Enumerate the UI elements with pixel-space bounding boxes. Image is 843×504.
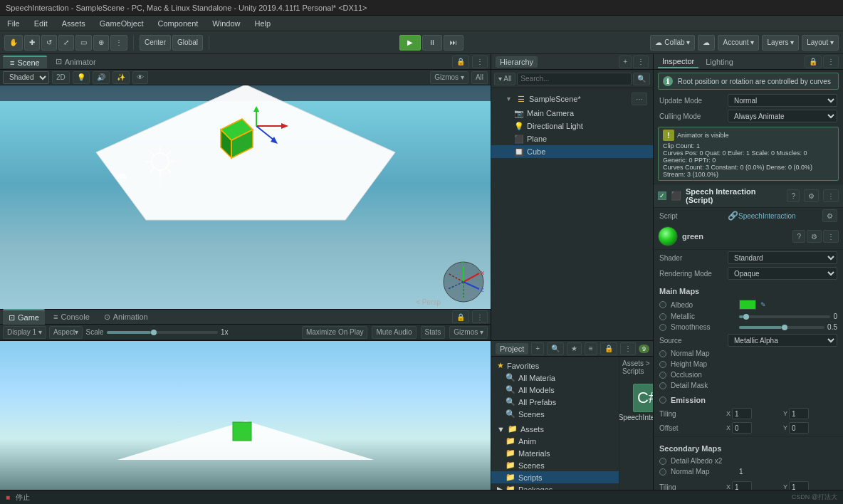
hierarchy-cube[interactable]: 🔲 Cube [491, 145, 653, 158]
extra-tool[interactable]: ⋮ [110, 35, 127, 51]
play-button[interactable]: ▶ [399, 35, 421, 51]
script-settings-btn[interactable]: ⚙ [822, 209, 837, 222]
script-link[interactable]: SpeechInteraction [738, 212, 796, 220]
rect-tool[interactable]: ▭ [75, 35, 92, 51]
project-search-btn[interactable]: 🔍 [547, 342, 564, 355]
hand-tool[interactable]: ✋ [4, 35, 23, 51]
hierarchy-tab[interactable]: Hierarchy [496, 56, 538, 68]
multi-tool[interactable]: ⊕ [93, 35, 109, 51]
hierarchy-add-btn[interactable]: + [619, 56, 632, 68]
mute-btn[interactable]: Mute Audio [372, 326, 416, 339]
menu-file[interactable]: File [4, 18, 23, 29]
culling-mode-dropdown[interactable]: Always Animate [728, 110, 837, 122]
menu-assets[interactable]: Assets [59, 18, 88, 29]
animator-tab[interactable]: ⊡ Animator [48, 56, 103, 68]
mat-more-btn[interactable]: ⋮ [823, 230, 839, 243]
inspector-tab[interactable]: Inspector [658, 56, 698, 68]
menu-gameobject[interactable]: GameObject [97, 18, 147, 29]
game-lock-btn[interactable]: 🔒 [452, 310, 469, 323]
smoothness-thumb[interactable] [782, 325, 787, 330]
scene-lock-btn[interactable]: 🔒 [452, 56, 469, 68]
component-help-btn[interactable]: ? [787, 189, 800, 202]
smoothness-track[interactable] [739, 326, 824, 329]
scene-content[interactable]: ☁ [0, 101, 491, 309]
scene-light-btn[interactable]: 💡 [73, 71, 90, 84]
axis-gizmo[interactable]: X Y Z [442, 261, 485, 303]
favorites-header[interactable]: ★ Favorites [491, 359, 619, 372]
hierarchy-plane[interactable]: ⬛ Plane [491, 132, 653, 145]
hierarchy-filter-btn[interactable]: ▾ All [494, 73, 515, 85]
menu-help[interactable]: Help [251, 18, 273, 29]
rendering-mode-dropdown[interactable]: Opaque [728, 267, 837, 280]
lighting-tab[interactable]: Lighting [701, 56, 738, 68]
account-button[interactable]: Account ▾ [718, 35, 759, 51]
project-more-btn[interactable]: ⋮ [620, 342, 636, 355]
scale-tool[interactable]: ⤢ [58, 35, 74, 51]
aspect-dropdown[interactable]: Aspect ▾ [49, 326, 83, 339]
step-button[interactable]: ⏭ [444, 35, 464, 51]
project-add-btn[interactable]: + [531, 342, 544, 355]
console-tab[interactable]: ≡ Console [48, 309, 95, 325]
mat-settings-btn[interactable]: ⚙ [807, 230, 822, 243]
inspector-more-btn[interactable]: ⋮ [823, 56, 839, 68]
materials-folder[interactable]: 📁 Materials [491, 447, 619, 459]
all-prefabs-item[interactable]: 🔍 All Prefabs [491, 396, 619, 408]
shading-dropdown[interactable]: Shaded [3, 71, 49, 84]
component-more-btn[interactable]: ⋮ [823, 189, 839, 202]
speechinteraction-file[interactable]: C# SpeechInteraction [622, 381, 653, 424]
hierarchy-scene-root[interactable]: ▼ ☰ SampleScene* ⋯ [491, 91, 653, 107]
offset-x-input[interactable] [732, 422, 752, 434]
scene-tab[interactable]: ≡ Scene [3, 56, 47, 68]
inspector-lock-btn[interactable]: 🔒 [805, 56, 822, 68]
update-mode-dropdown[interactable]: Normal [728, 94, 837, 107]
menu-edit[interactable]: Edit [31, 18, 51, 29]
project-sort-btn[interactable]: ≡ [585, 342, 597, 355]
stats-btn[interactable]: Stats [421, 326, 446, 339]
display-dropdown[interactable]: Display 1 ▾ [3, 326, 46, 339]
tiling-y-input[interactable] [789, 408, 809, 419]
scene-audio-btn[interactable]: 🔊 [93, 71, 110, 84]
project-tab[interactable]: Project [496, 343, 528, 355]
mat-help-btn[interactable]: ? [792, 230, 805, 243]
pause-button[interactable]: ⏸ [422, 35, 442, 51]
offset-y-input[interactable] [789, 422, 809, 434]
source-dropdown[interactable]: Metallic Alpha [728, 334, 837, 347]
all-materia-item[interactable]: 🔍 All Materia [491, 372, 619, 384]
anim-folder[interactable]: 📁 Anim [491, 435, 619, 447]
move-tool[interactable]: ✚ [24, 35, 40, 51]
rotate-tool[interactable]: ↺ [41, 35, 57, 51]
search-all-btn[interactable]: All [471, 71, 488, 84]
global-btn[interactable]: Global [172, 35, 203, 51]
tiling-x-input[interactable] [732, 408, 752, 419]
scene-effects-btn[interactable]: ✨ [112, 71, 130, 84]
gizmos-dropdown[interactable]: Gizmos ▾ [430, 71, 468, 84]
scenes-folder[interactable]: 📁 Scenes [491, 459, 619, 471]
component-settings-btn[interactable]: ⚙ [804, 189, 819, 202]
hierarchy-search[interactable] [517, 73, 632, 85]
menu-window[interactable]: Window [209, 18, 243, 29]
gizmos-game-btn[interactable]: Gizmos ▾ [449, 326, 488, 339]
maximize-btn[interactable]: Maximize On Play [302, 326, 368, 339]
all-models-item[interactable]: 🔍 All Models [491, 384, 619, 396]
scene-more-btn[interactable]: ⋮ [472, 56, 488, 68]
hierarchy-dirlight[interactable]: 💡 Directional Light [491, 120, 653, 132]
collab-button[interactable]: ☁ Collab ▾ [650, 35, 695, 51]
component-toggle[interactable]: ✓ [658, 191, 666, 200]
scene-options-btn[interactable]: ⋯ [632, 93, 647, 105]
game-more-btn[interactable]: ⋮ [472, 310, 488, 323]
assets-root[interactable]: ▼ 📁 Assets [491, 423, 619, 435]
cloud-button[interactable]: ☁ [698, 35, 715, 51]
layers-button[interactable]: Layers ▾ [762, 35, 799, 51]
albedo-color-box[interactable] [739, 300, 756, 310]
animation-tab[interactable]: ⊙ Animation [98, 309, 154, 325]
project-lock-btn[interactable]: 🔒 [600, 342, 617, 355]
menu-component[interactable]: Component [155, 18, 201, 29]
hierarchy-maincamera[interactable]: 📷 Main Camera [491, 107, 653, 120]
center-btn[interactable]: Center [140, 35, 171, 51]
shader-dropdown[interactable]: Standard [728, 251, 837, 264]
albedo-edit-btn[interactable]: ✎ [760, 301, 766, 308]
hierarchy-more-btn[interactable]: ⋮ [633, 56, 649, 68]
scene-hidden-btn[interactable]: 👁 [132, 71, 148, 84]
game-tab[interactable]: ⊡ Game [3, 309, 45, 325]
metallic-track[interactable] [739, 315, 830, 318]
